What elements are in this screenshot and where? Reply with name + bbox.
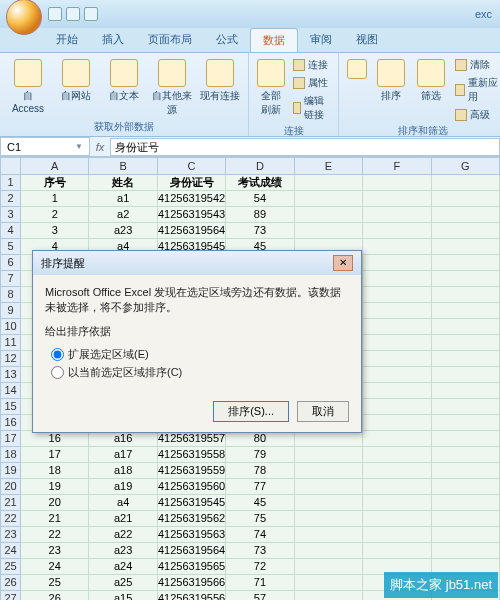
cell[interactable]: 22 bbox=[21, 527, 89, 543]
chevron-down-icon[interactable]: ▼ bbox=[75, 142, 83, 151]
cell[interactable] bbox=[295, 175, 363, 191]
cell[interactable]: 41256319558 bbox=[158, 447, 226, 463]
cell[interactable] bbox=[363, 303, 431, 319]
cell[interactable]: a16 bbox=[89, 431, 157, 447]
cell[interactable] bbox=[363, 319, 431, 335]
cancel-button[interactable]: 取消 bbox=[297, 401, 349, 422]
row-header[interactable]: 2 bbox=[0, 191, 21, 207]
cell[interactable] bbox=[295, 511, 363, 527]
cell[interactable] bbox=[363, 239, 431, 255]
cell[interactable] bbox=[432, 287, 500, 303]
cell[interactable] bbox=[363, 399, 431, 415]
cell[interactable]: a1 bbox=[89, 191, 157, 207]
cell[interactable] bbox=[432, 319, 500, 335]
row-header[interactable]: 19 bbox=[0, 463, 21, 479]
cell[interactable] bbox=[432, 335, 500, 351]
refresh-all-button[interactable]: 全部刷新 bbox=[255, 57, 287, 119]
tab-4[interactable]: 数据 bbox=[250, 28, 298, 52]
cell[interactable]: 80 bbox=[226, 431, 294, 447]
office-button[interactable] bbox=[6, 0, 42, 35]
sort-asc-button[interactable] bbox=[345, 57, 369, 81]
cell[interactable]: a23 bbox=[89, 543, 157, 559]
edit-links-button[interactable]: 编辑链接 bbox=[291, 93, 332, 123]
row-header[interactable]: 26 bbox=[0, 575, 21, 591]
cell[interactable] bbox=[363, 351, 431, 367]
tab-0[interactable]: 开始 bbox=[44, 28, 90, 52]
cell[interactable]: 41256319560 bbox=[158, 479, 226, 495]
close-icon[interactable]: ✕ bbox=[333, 255, 353, 271]
cell[interactable]: 序号 bbox=[21, 175, 89, 191]
filter-button[interactable]: 筛选 bbox=[413, 57, 449, 105]
from-text-button[interactable]: 自文本 bbox=[102, 57, 146, 105]
cell[interactable]: 18 bbox=[21, 463, 89, 479]
cell[interactable] bbox=[432, 479, 500, 495]
cell[interactable]: 身份证号 bbox=[158, 175, 226, 191]
cell[interactable]: 16 bbox=[21, 431, 89, 447]
reapply-button[interactable]: 重新应用 bbox=[453, 75, 500, 105]
row-header[interactable]: 14 bbox=[0, 383, 21, 399]
dialog-titlebar[interactable]: 排序提醒 ✕ bbox=[33, 251, 361, 275]
row-header[interactable]: 12 bbox=[0, 351, 21, 367]
cell[interactable] bbox=[295, 463, 363, 479]
cell[interactable]: 19 bbox=[21, 479, 89, 495]
clear-button[interactable]: 清除 bbox=[453, 57, 500, 73]
cell[interactable] bbox=[363, 511, 431, 527]
row-header[interactable]: 27 bbox=[0, 591, 21, 600]
cell[interactable]: 41256319545 bbox=[158, 495, 226, 511]
cell[interactable]: 41256319559 bbox=[158, 463, 226, 479]
cell[interactable] bbox=[363, 447, 431, 463]
cell[interactable]: a2 bbox=[89, 207, 157, 223]
cell[interactable]: 41256319562 bbox=[158, 511, 226, 527]
cell[interactable] bbox=[295, 527, 363, 543]
cell[interactable]: 71 bbox=[226, 575, 294, 591]
cell[interactable]: 21 bbox=[21, 511, 89, 527]
cell[interactable]: 2 bbox=[21, 207, 89, 223]
cell[interactable] bbox=[363, 271, 431, 287]
cell[interactable] bbox=[295, 543, 363, 559]
col-header[interactable]: A bbox=[21, 157, 89, 175]
cell[interactable]: 41256319557 bbox=[158, 431, 226, 447]
col-header[interactable]: F bbox=[363, 157, 431, 175]
cell[interactable] bbox=[432, 303, 500, 319]
cell[interactable]: 17 bbox=[21, 447, 89, 463]
sort-button[interactable]: 排序 bbox=[373, 57, 409, 105]
row-header[interactable]: 21 bbox=[0, 495, 21, 511]
row-header[interactable]: 3 bbox=[0, 207, 21, 223]
cell[interactable] bbox=[363, 463, 431, 479]
cell[interactable] bbox=[432, 399, 500, 415]
cell[interactable]: 57 bbox=[226, 591, 294, 600]
cell[interactable] bbox=[432, 527, 500, 543]
cell[interactable] bbox=[432, 351, 500, 367]
properties-button[interactable]: 属性 bbox=[291, 75, 332, 91]
cell[interactable] bbox=[432, 495, 500, 511]
row-header[interactable]: 6 bbox=[0, 255, 21, 271]
cell[interactable]: 1 bbox=[21, 191, 89, 207]
tab-6[interactable]: 视图 bbox=[344, 28, 390, 52]
from-other-button[interactable]: 自其他来源 bbox=[150, 57, 194, 119]
cell[interactable]: a18 bbox=[89, 463, 157, 479]
cell[interactable] bbox=[295, 559, 363, 575]
cell[interactable]: a4 bbox=[89, 495, 157, 511]
cell[interactable] bbox=[363, 207, 431, 223]
cell[interactable]: 78 bbox=[226, 463, 294, 479]
row-header[interactable]: 8 bbox=[0, 287, 21, 303]
tab-2[interactable]: 页面布局 bbox=[136, 28, 204, 52]
row-header[interactable]: 11 bbox=[0, 335, 21, 351]
col-header[interactable]: E bbox=[295, 157, 363, 175]
expand-selection-radio[interactable]: 扩展选定区域(E) bbox=[51, 347, 349, 362]
cell[interactable]: 74 bbox=[226, 527, 294, 543]
col-header[interactable]: D bbox=[226, 157, 294, 175]
cell[interactable]: 考试成绩 bbox=[226, 175, 294, 191]
cell[interactable]: 23 bbox=[21, 543, 89, 559]
from-web-button[interactable]: 自网站 bbox=[54, 57, 98, 105]
cell[interactable] bbox=[363, 383, 431, 399]
cell[interactable] bbox=[432, 463, 500, 479]
sort-button[interactable]: 排序(S)... bbox=[213, 401, 289, 422]
cell[interactable] bbox=[363, 543, 431, 559]
row-header[interactable]: 7 bbox=[0, 271, 21, 287]
cell[interactable]: 姓名 bbox=[89, 175, 157, 191]
cell[interactable] bbox=[432, 511, 500, 527]
cell[interactable]: a22 bbox=[89, 527, 157, 543]
formula-input[interactable]: 身份证号 bbox=[110, 138, 500, 156]
cell[interactable]: 41256319565 bbox=[158, 559, 226, 575]
